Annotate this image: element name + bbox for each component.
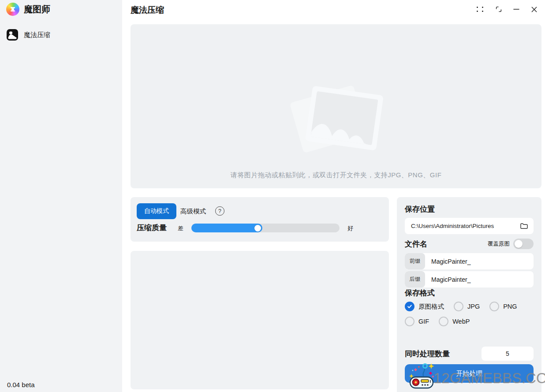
image-icon [6, 29, 19, 41]
radio-circle [489, 302, 499, 311]
save-path-row [405, 218, 534, 234]
suffix-chip: 后缀 [405, 271, 425, 287]
radio-circle [439, 317, 448, 326]
filename-row: 文件名 覆盖原图 [405, 238, 534, 250]
overwrite-toggle[interactable] [513, 239, 534, 249]
radio-gif[interactable]: GIF [405, 317, 429, 326]
radio-jpg[interactable]: JPG [454, 302, 480, 311]
sidebar-item-label: 魔法压缩 [24, 31, 50, 39]
dropzone-hint: 请将图片拖动或粘贴到此，或双击打开文件夹，支持JPG、PNG、GIF [131, 171, 541, 179]
app-window: { "sidebar": { "app_name": "魔图师", "items… [0, 0, 545, 392]
save-location-label: 保存位置 [405, 204, 435, 214]
format-radio-row-1: 原图格式 JPG PNG [405, 302, 537, 311]
folder-icon[interactable] [520, 222, 528, 230]
tab-advanced-mode[interactable]: 高级模式 [180, 207, 206, 216]
radio-circle [405, 302, 414, 311]
minimize-icon[interactable] [511, 4, 522, 15]
app-name: 魔图师 [24, 4, 50, 15]
app-logo-row: 魔图师 [6, 3, 50, 16]
prefix-input[interactable] [425, 258, 534, 265]
close-icon[interactable] [529, 4, 539, 15]
watermark-text: 12GAMEBBS.COM [433, 370, 545, 387]
photo-placeholder-icon [287, 81, 384, 160]
radio-original-format[interactable]: 原图格式 [405, 302, 444, 311]
quality-max-label: 好 [347, 224, 353, 232]
help-icon[interactable]: ? [215, 206, 224, 216]
save-format-label: 保存格式 [405, 288, 435, 298]
save-path-input[interactable] [411, 223, 520, 229]
sidebar: 魔图师 魔法压缩 0.04 beta [0, 0, 122, 392]
format-radio-row-2: GIF WebP [405, 317, 537, 326]
prefix-row: 前缀 [405, 253, 534, 269]
quality-slider[interactable] [191, 224, 340, 232]
more-options-dots-icon[interactable] [475, 4, 486, 15]
mode-panel: 自动模式 高级模式 ? 压缩质量 差 好 [131, 197, 389, 242]
concurrency-input[interactable] [482, 347, 534, 361]
app-logo-icon [6, 3, 19, 16]
dots-grid [477, 7, 485, 12]
quality-slider-fill [191, 224, 262, 232]
quality-label: 压缩质量 [137, 223, 167, 233]
concurrency-label: 同时处理数量 [405, 349, 450, 359]
file-list-panel [131, 251, 389, 389]
quality-min-label: 差 [178, 225, 183, 232]
suffix-input[interactable] [425, 276, 534, 283]
concurrency-row: 同时处理数量 [405, 347, 534, 361]
sidebar-item-magic-compress[interactable]: 魔法压缩 [6, 26, 116, 43]
version-label: 0.04 beta [7, 381, 35, 388]
radio-circle [454, 302, 463, 311]
gamepad-watermark-icon [407, 361, 437, 391]
suffix-row: 后缀 [405, 271, 534, 287]
prefix-chip: 前缀 [405, 253, 425, 269]
maximize-icon[interactable] [493, 4, 504, 15]
image-dropzone[interactable]: 请将图片拖动或粘贴到此，或双击打开文件夹，支持JPG、PNG、GIF [131, 24, 541, 188]
quality-slider-thumb[interactable] [254, 225, 261, 231]
filename-label: 文件名 [405, 239, 427, 249]
radio-circle [405, 317, 414, 326]
radio-webp[interactable]: WebP [439, 317, 470, 326]
page-title: 魔法压缩 [131, 4, 164, 16]
overwrite-label: 覆盖原图 [488, 240, 510, 248]
radio-png[interactable]: PNG [489, 302, 517, 311]
tab-auto-mode[interactable]: 自动模式 [137, 203, 176, 219]
